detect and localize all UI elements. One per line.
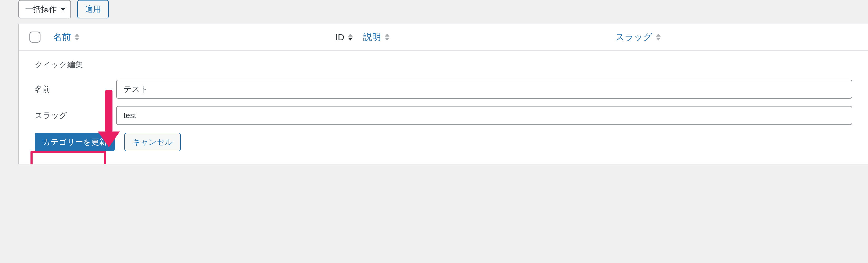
bulk-action-select-label: 一括操作 (25, 4, 57, 15)
quick-edit-slug-label: スラッグ (35, 110, 116, 121)
column-header-id-label: ID (335, 32, 344, 42)
quick-edit-actions: カテゴリーを更新 キャンセル (35, 133, 852, 151)
apply-button[interactable]: 適用 (77, 0, 109, 19)
sort-icon (385, 34, 390, 40)
column-header-description-label: 説明 (363, 31, 381, 43)
update-category-button-label: カテゴリーを更新 (42, 137, 107, 148)
quick-edit-panel: クイック編集 名前 スラッグ カテゴリーを更新 キャンセル (19, 51, 868, 164)
apply-button-label: 適用 (85, 4, 101, 15)
chevron-down-icon (60, 8, 66, 11)
quick-edit-title: クイック編集 (35, 59, 852, 70)
cancel-button[interactable]: キャンセル (124, 133, 181, 151)
sort-icon (656, 34, 661, 40)
column-checkbox (29, 32, 53, 42)
quick-edit-name-input[interactable] (116, 80, 852, 98)
quick-edit-name-label: 名前 (35, 84, 116, 95)
quick-edit-name-row: 名前 (35, 80, 852, 98)
column-header-id[interactable]: ID (335, 32, 353, 42)
column-header-slug[interactable]: スラッグ (616, 31, 661, 43)
bulk-action-select[interactable]: 一括操作 (19, 0, 71, 19)
quick-edit-slug-input[interactable] (116, 106, 852, 125)
select-all-checkbox[interactable] (29, 32, 40, 42)
cancel-button-label: キャンセル (132, 137, 173, 148)
table-header-row: 名前 ID 説明 スラッグ (19, 24, 868, 51)
category-table: 名前 ID 説明 スラッグ (19, 24, 868, 165)
bulk-actions-bar: 一括操作 適用 (0, 0, 868, 24)
sort-icon (74, 34, 80, 40)
column-header-name-label: 名前 (53, 31, 71, 43)
column-header-slug-label: スラッグ (616, 31, 652, 43)
annotation-highlight (30, 151, 106, 165)
update-category-button[interactable]: カテゴリーを更新 (35, 133, 115, 151)
column-header-description[interactable]: 説明 (363, 31, 390, 43)
quick-edit-slug-row: スラッグ (35, 106, 852, 125)
sort-icon (348, 34, 353, 40)
column-header-name[interactable]: 名前 (53, 31, 80, 43)
